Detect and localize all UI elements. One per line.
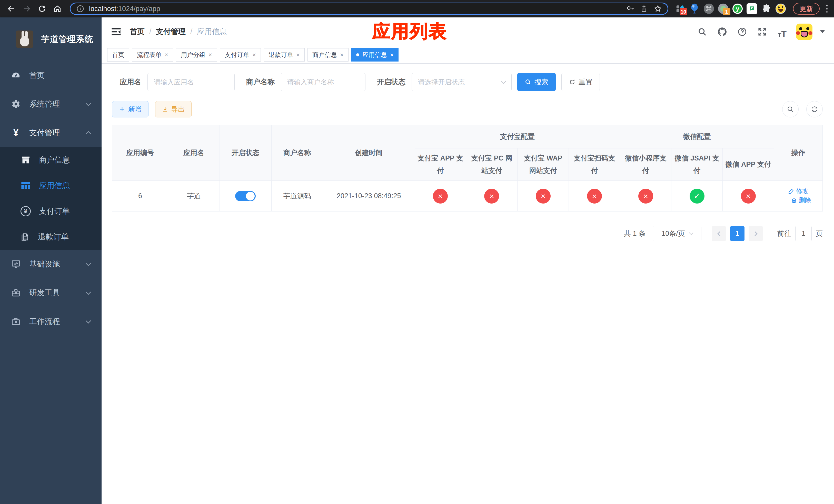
- github-icon[interactable]: [716, 26, 728, 38]
- password-key-icon[interactable]: [625, 4, 635, 14]
- sidebar-item-home[interactable]: 首页: [0, 61, 102, 90]
- font-size-icon[interactable]: TT: [776, 26, 788, 38]
- cell-alipay-wap: ×: [518, 181, 569, 211]
- breadcrumb-payment[interactable]: 支付管理: [156, 27, 186, 37]
- chevron-down-icon: [689, 231, 693, 235]
- sidebar-item-label: 商户信息: [39, 155, 70, 165]
- app-name-input[interactable]: [148, 73, 235, 91]
- status-wx-mini: ×: [638, 189, 653, 204]
- tag-close-icon[interactable]: ×: [164, 52, 168, 58]
- breadcrumb-current: 应用信息: [197, 27, 227, 37]
- export-button[interactable]: 导出: [155, 101, 192, 117]
- sidebar-item-label: 首页: [29, 70, 45, 81]
- search-icon[interactable]: [696, 26, 708, 38]
- sidebar-item-infrastructure[interactable]: 基础设施: [0, 250, 102, 278]
- sidebar-item-label: 系统管理: [29, 99, 60, 110]
- col-app-id: 应用编号: [112, 125, 168, 181]
- cell-actions: 修改 删除: [774, 181, 822, 211]
- share-icon[interactable]: [639, 4, 649, 14]
- grid-icon: [21, 181, 31, 191]
- prev-page-button[interactable]: [712, 226, 726, 241]
- chevron-down-icon: [86, 290, 91, 295]
- tag-refund-orders[interactable]: 退款订单×: [264, 48, 305, 62]
- sidebar-item-pay-orders[interactable]: ¥ 支付订单: [0, 199, 102, 224]
- breadcrumb-home[interactable]: 首页: [130, 27, 145, 37]
- table-row: 6 芋道 芋道源码 2021-10-23 08:49:25 × × × × ×: [112, 181, 823, 211]
- merchant-name-input[interactable]: [281, 73, 366, 91]
- navbar: 首页 / 支付管理 / 应用信息 应用列表: [102, 18, 834, 46]
- browser-update-button[interactable]: 更新: [793, 3, 820, 15]
- site-info-icon[interactable]: [75, 4, 85, 14]
- tag-close-icon[interactable]: ×: [208, 52, 212, 58]
- active-dot: [356, 53, 359, 56]
- avatar-caret-icon[interactable]: [820, 30, 825, 33]
- forward-icon[interactable]: [20, 2, 33, 15]
- avatar[interactable]: [796, 24, 812, 40]
- pagination-total: 共 1 条: [624, 229, 645, 238]
- tag-home[interactable]: 首页: [107, 48, 129, 62]
- next-page-button[interactable]: [749, 226, 763, 241]
- home-icon[interactable]: [51, 2, 64, 15]
- back-icon[interactable]: [5, 2, 18, 15]
- pagination: 共 1 条 10条/页 1 前往 页: [112, 226, 823, 241]
- sidebar-item-label: 退款订单: [38, 232, 69, 242]
- goto-page-input[interactable]: [795, 226, 812, 241]
- bookmark-star-icon[interactable]: [653, 4, 663, 14]
- tag-close-icon[interactable]: ×: [390, 52, 394, 58]
- tag-close-icon[interactable]: ×: [253, 52, 256, 58]
- tag-process-form[interactable]: 流程表单×: [132, 48, 173, 62]
- extensions-puzzle-icon[interactable]: [760, 3, 772, 15]
- search-button[interactable]: 搜索: [517, 73, 556, 91]
- url-text[interactable]: localhost:1024/pay/app: [89, 5, 621, 13]
- table-search-button[interactable]: [782, 101, 798, 117]
- sidebar-item-label: 支付管理: [29, 128, 60, 138]
- breadcrumb-separator: /: [149, 27, 151, 36]
- tag-merchant-info[interactable]: 商户信息×: [307, 48, 349, 62]
- address-bar[interactable]: localhost:1024/pay/app: [70, 3, 668, 15]
- tag-user-group[interactable]: 用户分组×: [176, 48, 217, 62]
- sidebar-item-refund-orders[interactable]: 退款订单: [0, 224, 102, 250]
- edit-link[interactable]: 修改: [788, 187, 808, 196]
- tag-close-icon[interactable]: ×: [296, 52, 300, 58]
- help-icon[interactable]: [736, 26, 748, 38]
- reload-icon[interactable]: [36, 2, 49, 15]
- document-icon: [21, 232, 30, 242]
- app-logo[interactable]: 芋道管理系统: [0, 18, 102, 61]
- sidebar-item-app-info[interactable]: 应用信息: [0, 173, 102, 199]
- sidebar-fold-icon[interactable]: [111, 26, 122, 37]
- extension-balloon-icon[interactable]: [688, 3, 701, 15]
- table-refresh-button[interactable]: [806, 101, 823, 117]
- sidebar-item-payment[interactable]: ¥ 支付管理: [0, 118, 102, 147]
- enabled-status-label: 开启状态: [377, 77, 405, 87]
- enabled-status-select[interactable]: 请选择开启状态: [412, 73, 512, 91]
- add-button[interactable]: 新增: [112, 101, 149, 117]
- reset-button[interactable]: 重置: [562, 73, 600, 91]
- cell-wx-app: ×: [723, 181, 774, 211]
- app-name-label: 应用名: [120, 77, 141, 87]
- fullscreen-icon[interactable]: [756, 26, 768, 38]
- sidebar-item-merchant-info[interactable]: 商户信息: [0, 147, 102, 173]
- tags-view: 首页 流程表单× 用户分组× 支付订单× 退款订单× 商户信息× 应用信息×: [102, 46, 834, 64]
- tag-app-info[interactable]: 应用信息×: [351, 48, 398, 62]
- page-number-1[interactable]: 1: [730, 226, 745, 241]
- extension-chat-icon[interactable]: [746, 3, 758, 15]
- extension-emoji-icon[interactable]: [774, 3, 787, 15]
- delete-link[interactable]: 删除: [791, 196, 811, 204]
- browser-menu-icon[interactable]: [824, 3, 829, 14]
- sidebar-item-system[interactable]: 系统管理: [0, 90, 102, 118]
- cell-merchant: 芋道源码: [271, 181, 323, 211]
- sidebar-item-workflow[interactable]: 工作流程: [0, 307, 102, 336]
- tag-pay-orders[interactable]: 支付订单×: [220, 48, 261, 62]
- extension-recorder-icon[interactable]: 1: [717, 3, 729, 15]
- extension-y-icon[interactable]: y: [731, 3, 744, 15]
- tag-close-icon[interactable]: ×: [340, 52, 344, 58]
- extension-grid-icon[interactable]: 10: [674, 3, 686, 15]
- col-group-wechat: 微信配置: [620, 125, 774, 148]
- sidebar-item-dev-tools[interactable]: 研发工具: [0, 278, 102, 307]
- sidebar-item-label: 应用信息: [39, 181, 70, 191]
- enabled-toggle[interactable]: [235, 191, 256, 201]
- status-wx-jsapi: ✓: [689, 189, 704, 204]
- page-size-select[interactable]: 10条/页: [653, 226, 701, 241]
- extension-command-icon[interactable]: [703, 3, 715, 15]
- filter-form: 应用名 商户名称 开启状态 请选择开启状态 搜索: [120, 73, 823, 91]
